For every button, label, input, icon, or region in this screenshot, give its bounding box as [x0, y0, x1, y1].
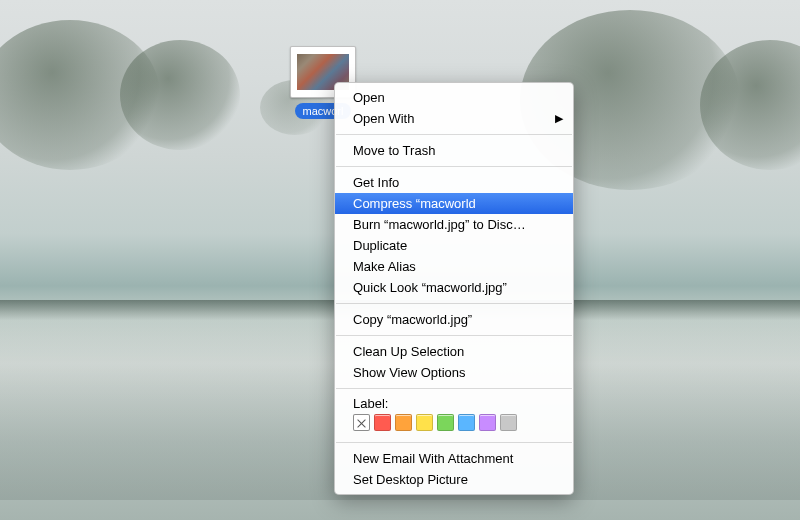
label-yellow[interactable]: [416, 414, 433, 431]
menu-view-options[interactable]: Show View Options: [335, 362, 573, 383]
menu-move-to-trash[interactable]: Move to Trash: [335, 140, 573, 161]
label-orange[interactable]: [395, 414, 412, 431]
label-none[interactable]: [353, 414, 370, 431]
label-gray[interactable]: [500, 414, 517, 431]
menu-label-section: Label:: [335, 394, 573, 437]
menu-set-desktop[interactable]: Set Desktop Picture: [335, 469, 573, 490]
submenu-arrow-icon: ▶: [555, 110, 563, 127]
menu-separator: [336, 134, 572, 135]
menu-separator: [336, 335, 572, 336]
menu-separator: [336, 388, 572, 389]
menu-burn[interactable]: Burn “macworld.jpg” to Disc…: [335, 214, 573, 235]
menu-label-header: Label:: [353, 396, 555, 411]
label-blue[interactable]: [458, 414, 475, 431]
menu-make-alias[interactable]: Make Alias: [335, 256, 573, 277]
label-purple[interactable]: [479, 414, 496, 431]
menu-separator: [336, 166, 572, 167]
menu-open[interactable]: Open: [335, 87, 573, 108]
desktop[interactable]: macworl Open Open With ▶ Move to Trash G…: [0, 0, 800, 520]
label-green[interactable]: [437, 414, 454, 431]
menu-new-email[interactable]: New Email With Attachment: [335, 448, 573, 469]
menu-duplicate[interactable]: Duplicate: [335, 235, 573, 256]
menu-open-with[interactable]: Open With ▶: [335, 108, 573, 129]
menu-quick-look[interactable]: Quick Look “macworld.jpg”: [335, 277, 573, 298]
menu-compress[interactable]: Compress “macworld: [335, 193, 573, 214]
menu-get-info[interactable]: Get Info: [335, 172, 573, 193]
menu-copy[interactable]: Copy “macworld.jpg”: [335, 309, 573, 330]
context-menu: Open Open With ▶ Move to Trash Get Info …: [334, 82, 574, 495]
label-red[interactable]: [374, 414, 391, 431]
menu-separator: [336, 303, 572, 304]
label-swatches: [353, 414, 555, 431]
menu-separator: [336, 442, 572, 443]
menu-open-with-label: Open With: [353, 111, 414, 126]
menu-clean-up[interactable]: Clean Up Selection: [335, 341, 573, 362]
